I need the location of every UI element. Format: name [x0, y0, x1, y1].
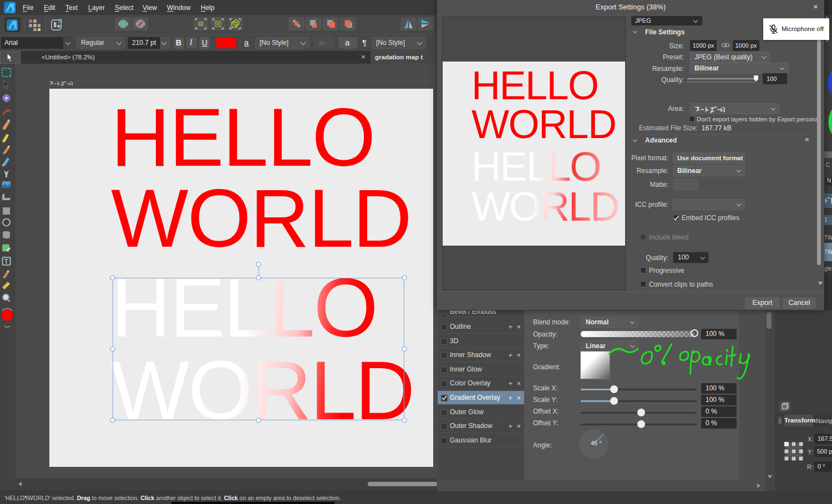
svg-text:T: T	[4, 258, 9, 266]
